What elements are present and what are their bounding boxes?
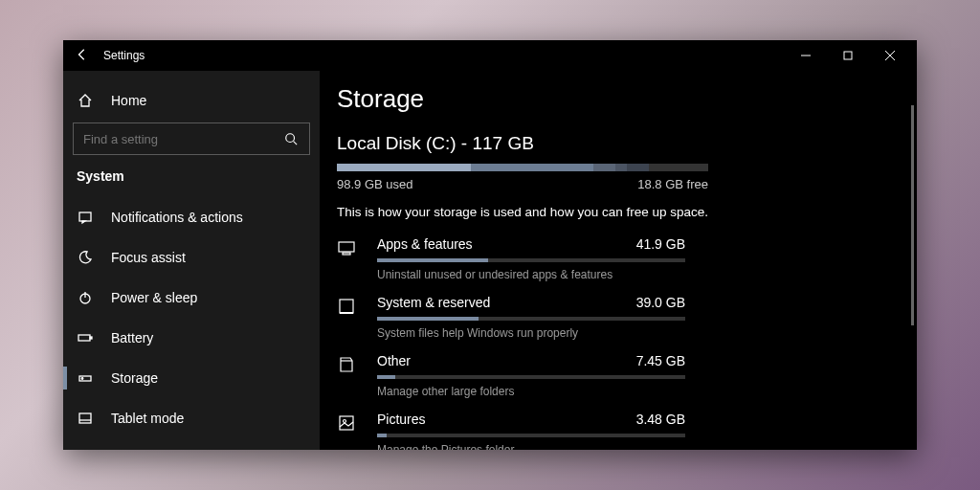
sidebar: Home System Notifications & actions Focu… [63, 71, 320, 450]
disk-title: Local Disk (C:) - 117 GB [337, 133, 888, 154]
disk-used-label: 98.9 GB used [337, 177, 413, 191]
disk-bar-segment [471, 164, 593, 171]
svg-rect-13 [79, 413, 91, 423]
category-name: Pictures [377, 412, 426, 427]
category-name: System & reserved [377, 295, 490, 310]
sidebar-home[interactable]: Home [63, 80, 320, 121]
disk-bar-segment [615, 164, 627, 171]
sidebar-item-storage[interactable]: Storage [63, 358, 320, 398]
disk-usage-bar [337, 164, 708, 171]
search-icon [282, 130, 300, 147]
category-bar [377, 258, 685, 262]
settings-window: Settings Home Syste [63, 40, 917, 450]
svg-rect-1 [844, 52, 852, 59]
svg-rect-9 [78, 335, 90, 341]
notifications-icon [77, 209, 94, 226]
storage-description: This is how your storage is used and how… [337, 205, 888, 219]
sidebar-item-battery[interactable]: Battery [63, 318, 320, 358]
disk-bar-segment [593, 164, 615, 171]
category-size: 3.48 GB [636, 412, 685, 427]
back-button[interactable] [69, 48, 96, 64]
svg-rect-15 [339, 242, 354, 252]
other-icon [337, 353, 362, 378]
minimize-button[interactable] [785, 40, 827, 71]
sidebar-home-label: Home [111, 93, 146, 108]
sidebar-item-label: Focus assist [111, 250, 186, 265]
svg-point-12 [81, 378, 83, 380]
sidebar-item-label: Tablet mode [111, 411, 184, 426]
disk-free-label: 18.8 GB free [637, 177, 708, 191]
category-sub: Manage the Pictures folder [377, 443, 888, 450]
sidebar-item-notifications[interactable]: Notifications & actions [63, 197, 320, 237]
category-name: Apps & features [377, 236, 473, 252]
sidebar-item-label: Power & sleep [111, 290, 197, 305]
storage-category[interactable]: Other7.45 GBManage other large folders [337, 353, 888, 398]
svg-line-5 [294, 142, 298, 145]
sidebar-item-power-sleep[interactable]: Power & sleep [63, 278, 320, 318]
tablet-icon [77, 410, 94, 427]
sidebar-item-label: Notifications & actions [111, 210, 243, 225]
sidebar-item-focus-assist[interactable]: Focus assist [63, 237, 320, 278]
category-size: 41.9 GB [636, 236, 685, 252]
sidebar-category: System [63, 163, 320, 197]
search-box[interactable] [73, 122, 310, 155]
disk-bar-segment [337, 164, 471, 171]
category-sub: Manage other large folders [377, 385, 888, 398]
content-pane: Storage Local Disk (C:) - 117 GB 98.9 GB… [320, 71, 917, 450]
category-sub: Uninstall unused or undesired apps & fea… [377, 268, 888, 281]
storage-category[interactable]: System & reserved39.0 GBSystem files hel… [337, 295, 888, 340]
category-size: 7.45 GB [636, 353, 685, 368]
storage-category[interactable]: Pictures3.48 GBManage the Pictures folde… [337, 412, 888, 450]
apps-icon [337, 236, 362, 261]
svg-rect-6 [79, 212, 91, 221]
category-size: 39.0 GB [636, 295, 685, 310]
page-title: Storage [337, 84, 888, 114]
battery-icon [77, 329, 94, 346]
category-bar [377, 317, 685, 321]
category-bar [377, 375, 685, 379]
svg-rect-17 [340, 300, 353, 313]
system-icon [337, 295, 362, 320]
storage-icon [77, 369, 94, 387]
home-icon [77, 92, 94, 109]
maximize-button[interactable] [827, 40, 869, 71]
svg-point-21 [344, 420, 346, 423]
disk-bar-segment [627, 164, 649, 171]
close-button[interactable] [869, 40, 911, 71]
svg-rect-16 [343, 253, 350, 255]
category-bar [377, 434, 685, 437]
svg-point-4 [286, 134, 295, 143]
sidebar-item-label: Storage [111, 370, 158, 386]
category-sub: System files help Windows run properly [377, 326, 888, 340]
pictures-icon [337, 412, 362, 436]
titlebar: Settings [63, 40, 917, 71]
power-icon [77, 289, 94, 306]
sidebar-item-tablet-mode[interactable]: Tablet mode [63, 398, 320, 438]
search-input[interactable] [83, 132, 282, 146]
titlebar-title: Settings [103, 49, 145, 62]
svg-rect-10 [90, 337, 92, 339]
sidebar-item-label: Battery [111, 330, 153, 345]
scrollbar-thumb[interactable] [911, 105, 914, 325]
storage-category[interactable]: Apps & features41.9 GBUninstall unused o… [337, 236, 888, 281]
moon-icon [77, 249, 94, 266]
category-name: Other [377, 353, 411, 368]
